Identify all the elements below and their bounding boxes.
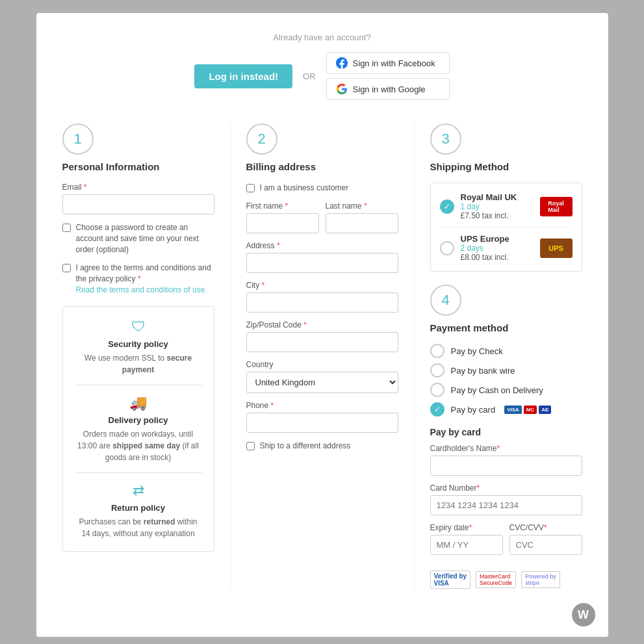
royalmail-name: Royal Mail UK <box>461 192 534 202</box>
first-name-label: First name * <box>246 201 319 211</box>
payment-cod: Pay by Cash on Delivery <box>430 383 582 397</box>
payment-check: Pay by Check <box>430 344 582 358</box>
social-buttons: Sign in with Facebook Sign in with Googl… <box>326 52 450 100</box>
password-checkbox[interactable] <box>62 224 71 232</box>
step-2-title: Billing address <box>246 161 398 172</box>
stripe-logo: Powered bystripe <box>521 571 560 588</box>
country-label: Country <box>246 360 398 369</box>
policy-box: 🛡 Security policy We use modern SSL to s… <box>62 306 214 552</box>
city-input[interactable] <box>246 292 398 313</box>
step-1-circle: 1 <box>62 123 94 155</box>
expiry-input[interactable] <box>430 535 503 555</box>
card-number-label: Card Number* <box>430 483 582 493</box>
check-radio[interactable] <box>430 344 444 358</box>
shipping-option-royalmail[interactable]: ✓ Royal Mail UK 1 day £7.50 tax incl. Ro… <box>440 192 573 227</box>
phone-label: Phone * <box>246 401 398 410</box>
return-icon: ⇄ <box>75 482 202 499</box>
visa-small-icon: VISA <box>504 406 522 414</box>
step-3-circle: 3 <box>430 123 461 155</box>
email-label: Email * <box>62 183 214 192</box>
trust-logos: Verified byVISA MasterCardSecureCode Pow… <box>430 571 582 589</box>
cardholder-group: Cardholder's Name* <box>430 444 582 476</box>
ship-different-label: Ship to a different address <box>260 441 351 452</box>
card-label: Pay by card <box>451 405 496 415</box>
city-label: City * <box>246 281 398 290</box>
return-policy-desc: Purchases can be returned within 14 days… <box>75 516 202 539</box>
cvc-label: CVC/CVV* <box>509 523 582 532</box>
royalmail-radio[interactable]: ✓ <box>440 200 454 214</box>
shipping-option-ups[interactable]: UPS Europe 2 days £8.00 tax incl. UPS <box>440 227 573 262</box>
card-icons: VISA MC AE <box>504 406 551 414</box>
terms-label: I agree to the terms and conditions and … <box>76 263 214 295</box>
first-name-input[interactable] <box>246 213 319 233</box>
royalmail-logo: RoyalMail <box>540 197 573 216</box>
terms-checkbox[interactable] <box>62 264 71 272</box>
login-button[interactable]: Log in instead! <box>194 64 292 88</box>
business-checkbox[interactable] <box>246 184 255 192</box>
card-number-input[interactable] <box>430 495 582 515</box>
royalmail-price: £7.50 tax incl. <box>461 211 534 220</box>
cvc-input[interactable] <box>509 535 582 555</box>
bankwire-radio[interactable] <box>430 363 444 378</box>
country-select[interactable]: United Kingdom <box>246 372 398 393</box>
pay-card-title: Pay by card <box>430 427 582 437</box>
cvc-group: CVC/CVV* <box>509 523 582 555</box>
cardholder-label: Cardholder's Name* <box>430 444 582 453</box>
country-group: Country United Kingdom <box>246 360 398 393</box>
last-name-label: Last name * <box>326 201 398 211</box>
ship-different-checkbox[interactable] <box>246 442 255 450</box>
facebook-icon <box>336 57 348 69</box>
terms-checkbox-group: I agree to the terms and conditions and … <box>62 263 214 295</box>
step-4-circle: 4 <box>430 285 461 316</box>
zip-label: Zip/Postal Code * <box>246 320 398 329</box>
already-text: Already have an account? <box>273 32 370 42</box>
ups-price: £8.00 tax incl. <box>461 253 534 262</box>
bankwire-label: Pay by bank wire <box>451 366 515 376</box>
cod-radio[interactable] <box>430 383 444 397</box>
phone-input[interactable] <box>246 413 398 433</box>
pay-card-section: Pay by card Cardholder's Name* Card Numb… <box>430 427 582 589</box>
ups-days: 2 days <box>461 244 534 253</box>
amex-small-icon: AE <box>539 406 551 414</box>
facebook-login-button[interactable]: Sign in with Facebook <box>326 52 450 74</box>
google-login-button[interactable]: Sign in with Google <box>326 78 450 100</box>
mastercard-logo: MasterCardSecureCode <box>476 571 516 588</box>
shipping-box: ✓ Royal Mail UK 1 day £7.50 tax incl. Ro… <box>430 183 582 272</box>
address-input[interactable] <box>246 253 398 273</box>
mc-small-icon: MC <box>524 406 537 414</box>
security-policy-desc: We use modern SSL to secure payment <box>75 352 202 376</box>
payment-section: 4 Payment method Pay by Check Pay by ban… <box>430 285 582 589</box>
delivery-policy: 🚚 Delivery policy Orders made on workday… <box>75 385 202 473</box>
card-number-group: Card Number* <box>430 483 582 515</box>
page-container: Already have an account? Log in instead!… <box>36 13 608 637</box>
cardholder-input[interactable] <box>430 456 582 476</box>
security-policy: 🛡 Security policy We use modern SSL to s… <box>75 318 202 385</box>
expiry-cvc-row: Expiry date* CVC/CVV* <box>430 523 582 563</box>
email-input[interactable] <box>62 194 214 214</box>
password-checkbox-group: Choose a password to create an account a… <box>62 222 214 255</box>
check-label: Pay by Check <box>451 346 503 356</box>
last-name-group: Last name * <box>326 201 398 233</box>
step-4-title: Payment method <box>430 322 582 333</box>
google-btn-label: Sign in with Google <box>353 84 426 94</box>
zip-input[interactable] <box>246 332 398 352</box>
address-label: Address * <box>246 241 398 250</box>
ship-different-group: Ship to a different address <box>246 441 398 452</box>
business-label: I am a business customer <box>260 183 349 194</box>
facebook-btn-label: Sign in with Facebook <box>353 58 435 68</box>
zip-group: Zip/Postal Code * <box>246 320 398 352</box>
city-group: City * <box>246 281 398 313</box>
royalmail-info: Royal Mail UK 1 day £7.50 tax incl. <box>461 192 534 220</box>
ups-info: UPS Europe 2 days £8.00 tax incl. <box>461 234 534 262</box>
last-name-input[interactable] <box>326 213 398 233</box>
step-1-title: Personal Information <box>62 161 214 172</box>
ups-logo: UPS <box>540 238 573 258</box>
ups-name: UPS Europe <box>461 234 534 244</box>
terms-link[interactable]: Read the terms and conditions of use. <box>76 285 207 294</box>
royalmail-days: 1 day <box>461 202 534 211</box>
expiry-label: Expiry date* <box>430 523 503 532</box>
payment-card: ✓ Pay by card VISA MC AE <box>430 402 582 417</box>
address-group: Address * <box>246 241 398 273</box>
card-radio[interactable]: ✓ <box>430 402 444 417</box>
ups-radio[interactable] <box>440 241 454 255</box>
